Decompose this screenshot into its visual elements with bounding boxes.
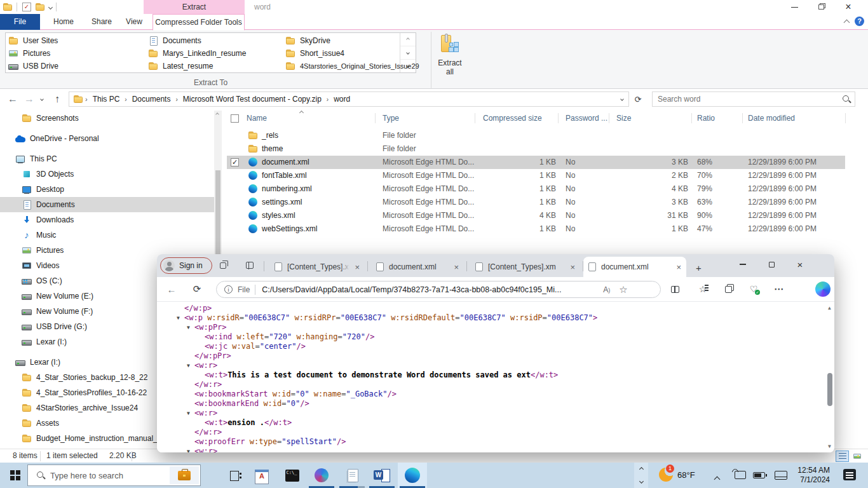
help-icon[interactable]: ? [855,17,864,26]
file-row[interactable]: numbering.xmlMicrosoft Edge HTML Do...1 … [227,182,845,196]
select-all-checkbox[interactable] [231,114,239,123]
back-button[interactable]: ← [5,92,20,107]
browser-essentials-icon[interactable]: ♡✓ [748,283,759,295]
start-button[interactable] [0,463,28,488]
info-icon[interactable]: i [224,285,233,294]
sidebar-item-screenshots[interactable]: Screenshots [0,111,214,126]
extract-all-button[interactable]: Extract all [433,32,467,86]
breadcrumb-item[interactable]: word [330,95,353,104]
refresh-button[interactable]: ⟳ [630,92,646,107]
column-header-date-modified[interactable]: Date modified [748,111,795,126]
address-dropdown-icon[interactable] [620,97,624,101]
tab-share[interactable]: Share [84,14,119,30]
column-header-name[interactable]: Name [247,111,267,126]
qat-newfolder-icon[interactable] [35,2,45,12]
taskbar-search-box[interactable] [27,464,201,486]
gallery-scroll-down[interactable] [400,46,416,60]
url-text[interactable]: C:/Users/David/AppData/Local/Temp/374b82… [262,285,594,294]
sidebar-item-documents[interactable]: Documents [0,197,214,212]
breadcrumb-item[interactable]: Documents [129,95,174,104]
taskbar-app-notepad[interactable] [337,463,367,488]
tab-close-icon[interactable]: × [570,262,575,272]
new-tab-button[interactable]: + [696,262,706,273]
settings-more-icon[interactable]: ⋯ [773,283,785,295]
gallery-item[interactable]: Latest_resume [148,60,213,72]
file-checkbox[interactable]: ✓ [231,158,239,166]
edge-tab[interactable]: document.xml× [371,257,464,277]
gallery-item[interactable]: USB Drive [8,60,58,72]
tab-close-icon[interactable]: × [454,262,459,272]
gallery-item[interactable]: SkyDrive [285,34,330,47]
restore-button[interactable] [811,0,831,14]
tab-home[interactable]: Home [46,14,81,30]
column-header-size[interactable]: Size [616,111,631,126]
explorer-search-box[interactable] [652,92,855,107]
tab-compressed-folder-tools[interactable]: Compressed Folder Tools [153,14,245,30]
thumbnail-view-button[interactable] [850,451,864,462]
task-view-button[interactable] [227,468,243,483]
expand-arrow-icon[interactable]: ▼ [187,409,194,418]
expand-arrow-icon[interactable]: ▼ [187,447,194,452]
tab-close-icon[interactable]: × [355,262,360,272]
action-center-icon[interactable] [843,469,856,480]
edge-sign-in-button[interactable]: Sign in [160,257,212,274]
scroll-down-icon[interactable]: ▼ [825,442,834,451]
taskbar-clock[interactable]: 12:54 AM 7/1/2024 [792,466,830,485]
gallery-item[interactable]: Marys_LinkedIn_resume [148,47,246,60]
column-header-ratio[interactable]: Ratio [697,111,715,126]
up-button[interactable]: ↑ [50,92,65,107]
collections-icon[interactable]: ☆ [697,283,709,295]
edge-scrollbar-thumb[interactable] [827,373,832,406]
duplicate-tab-icon[interactable] [722,283,734,295]
copilot-icon[interactable] [815,281,831,297]
briefcase-button[interactable] [170,466,199,484]
close-button[interactable]: × [839,0,858,14]
taskbar-app-command-prompt[interactable] [277,463,306,488]
collapse-ribbon-icon[interactable] [844,19,850,25]
tab-view[interactable]: View [118,14,150,30]
split-screen-icon[interactable] [669,283,681,295]
touchpad-icon[interactable] [775,471,787,480]
expand-arrow-icon[interactable]: ▼ [177,313,184,323]
breadcrumb-item[interactable]: This PC [90,95,123,104]
minimize-button[interactable] [785,0,804,14]
taskbar-overflow-scroll[interactable] [634,463,648,488]
sidebar-item-desktop[interactable]: Desktop [0,182,214,197]
edge-close-button[interactable]: × [789,254,811,274]
gallery-item[interactable]: Short_issue4 [285,47,344,60]
gallery-item[interactable]: Documents [148,34,201,47]
column-header-type[interactable]: Type [383,111,399,126]
edge-address-bar[interactable]: i File C:/Users/David/AppData/Local/Temp… [216,281,661,298]
file-row[interactable]: webSettings.xmlMicrosoft Edge HTML Do...… [227,222,845,236]
read-aloud-icon[interactable]: A) [603,285,610,294]
edge-maximize-button[interactable] [761,254,782,274]
forward-button[interactable]: → [22,92,37,107]
column-header-password-[interactable]: Password ... [566,111,607,126]
sidebar-item-3d-objects[interactable]: 3D Objects [0,166,214,182]
edge-refresh-icon[interactable]: ⟳ [191,283,203,295]
sidebar-item-onedrive-personal[interactable]: OneDrive - Personal [0,131,214,146]
qat-customize-icon[interactable] [48,4,53,9]
address-breadcrumb-bar[interactable]: › This PC›Documents›Microsoft Word Test … [69,92,629,107]
workspaces-icon[interactable] [219,261,229,271]
edge-scrollbar[interactable]: ▲ ▼ [825,302,834,452]
file-row[interactable]: fontTable.xmlMicrosoft Edge HTML Do...1 … [227,169,845,182]
qat-folder-icon[interactable] [3,2,13,12]
file-row[interactable]: styles.xmlMicrosoft Edge HTML Do...4 KBN… [227,209,845,222]
gallery-scroll-up[interactable] [400,33,416,46]
details-view-button[interactable] [836,451,849,462]
file-row[interactable]: settings.xmlMicrosoft Edge HTML Do...1 K… [227,196,845,209]
expand-arrow-icon[interactable]: ▼ [187,323,194,332]
qat-properties-icon[interactable] [21,2,31,12]
show-hidden-icons-button[interactable] [715,473,719,484]
file-row[interactable]: _relsFile folder [227,129,845,142]
tab-file[interactable]: File [0,14,40,30]
edge-minimize-button[interactable] [732,254,754,274]
tab-close-icon[interactable]: × [676,262,681,272]
gallery-item[interactable]: Pictures [8,47,50,60]
sidebar-item-music[interactable]: ♪Music [0,227,214,243]
battery-icon[interactable] [753,472,765,478]
edge-tab[interactable]: document.xml× [583,257,686,277]
cast-icon[interactable] [735,471,746,479]
sidebar-item-downloads[interactable]: Downloads [0,212,214,227]
